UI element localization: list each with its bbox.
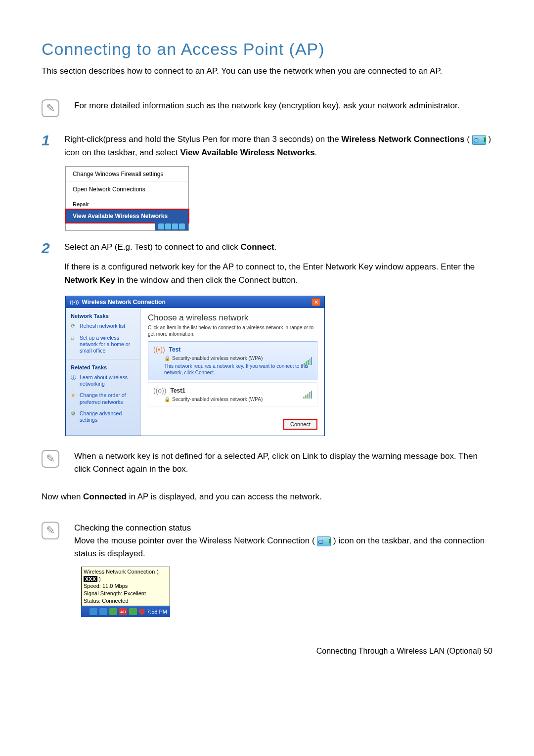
network-name: Test bbox=[169, 346, 181, 353]
lock-icon: 🔒 bbox=[164, 356, 170, 361]
connection-tooltip: Wireless Network Connection ( XXX ) Spee… bbox=[81, 567, 170, 606]
ctx-repair[interactable]: Repair bbox=[66, 197, 188, 209]
wireless-tray-icon[interactable] bbox=[89, 608, 97, 615]
intro-text: This section describes how to connect to… bbox=[42, 65, 492, 78]
connect-button[interactable]: Connect bbox=[283, 419, 317, 430]
context-menu: Change Windows Firewall settings Open Ne… bbox=[65, 166, 189, 231]
step1-body: Right-click(press and hold the Stylus Pe… bbox=[64, 133, 492, 159]
sidebar: Network Tasks ⟳Refresh network list ⌂Set… bbox=[66, 308, 141, 436]
change-order[interactable]: ★Change the order of preferred networks bbox=[71, 392, 135, 405]
tray-icon[interactable] bbox=[139, 609, 145, 615]
network-item-test1[interactable]: ((ο)) Test1 🔒Security-enabled wireless n… bbox=[148, 382, 317, 406]
choose-network-sub: Click an item in the list below to conne… bbox=[148, 325, 317, 337]
main-panel: Choose a wireless network Click an item … bbox=[141, 308, 324, 436]
step2-body: Select an AP (E.g. Test) to connect to a… bbox=[64, 241, 492, 287]
network-name: Test1 bbox=[170, 387, 185, 394]
network-item-test[interactable]: ((•)) Test 🔒Security-enabled wireless ne… bbox=[148, 341, 317, 380]
tray-icon[interactable] bbox=[129, 608, 137, 615]
ctx-view-networks[interactable]: View Available Wireless Networks bbox=[65, 209, 189, 223]
wireless-tray-icon bbox=[472, 135, 486, 145]
wireless-connection-window: ((•)) Wireless Network Connection ✕ Netw… bbox=[65, 296, 325, 436]
page-title: Connecting to an Access Point (AP) bbox=[42, 40, 492, 59]
taskbar-clock: 7:58 PM bbox=[147, 609, 167, 615]
pencil-note-icon: ✎ bbox=[42, 522, 59, 539]
window-title-text: Wireless Network Connection bbox=[82, 299, 166, 306]
lock-icon: 🔒 bbox=[164, 397, 170, 402]
window-titlebar: ((•)) Wireless Network Connection ✕ bbox=[66, 296, 324, 308]
learn-wireless[interactable]: ⓘLearn about wireless networking bbox=[71, 374, 135, 387]
checking-title: Checking the connection status bbox=[74, 522, 492, 534]
signal-icon: ((ο)) bbox=[153, 387, 166, 395]
change-advanced[interactable]: ⚙Change advanced settings bbox=[71, 410, 135, 423]
ctx-open-connections[interactable]: Open Network Connections bbox=[66, 182, 188, 197]
setup-wireless-network[interactable]: ⌂Set up a wireless network for a home or… bbox=[71, 335, 135, 354]
network-desc: This network requires a network key. If … bbox=[164, 363, 312, 376]
related-tasks-header: Related Tasks bbox=[71, 364, 135, 370]
taskbar: ATI 7:58 PM bbox=[81, 606, 170, 617]
step-number-2: 2 bbox=[42, 241, 56, 256]
note2-text: When a network key is not defined for a … bbox=[74, 450, 492, 476]
wireless-tray-icon bbox=[317, 536, 331, 546]
signal-bars-icon bbox=[303, 391, 312, 399]
ctx-firewall[interactable]: Change Windows Firewall settings bbox=[66, 167, 188, 182]
status-tooltip-box: Wireless Network Connection ( XXX ) Spee… bbox=[81, 567, 170, 617]
ati-tray-icon[interactable]: ATI bbox=[119, 608, 127, 615]
checking-status-block: Checking the connection status Move the … bbox=[74, 522, 492, 561]
page-footer: Connecting Through a Wireless LAN (Optio… bbox=[42, 647, 492, 656]
pencil-note-icon: ✎ bbox=[42, 450, 59, 468]
antenna-icon: ((•)) bbox=[70, 299, 79, 305]
step-number-1: 1 bbox=[42, 133, 56, 148]
signal-bars-icon bbox=[304, 357, 312, 365]
tray-icons-mini bbox=[155, 222, 188, 230]
tray-icon[interactable] bbox=[109, 608, 117, 615]
network-tasks-header: Network Tasks bbox=[71, 313, 135, 319]
note1-text: For more detailed information such as th… bbox=[74, 99, 460, 112]
now-connected-text: Now when Connected in AP is displayed, a… bbox=[42, 492, 492, 502]
refresh-network-list[interactable]: ⟳Refresh network list bbox=[71, 323, 135, 330]
tray-icon[interactable] bbox=[99, 608, 107, 615]
close-icon[interactable]: ✕ bbox=[312, 298, 320, 306]
pencil-note-icon: ✎ bbox=[42, 99, 59, 117]
choose-network-heading: Choose a wireless network bbox=[148, 313, 317, 323]
signal-icon: ((•)) bbox=[153, 346, 165, 354]
